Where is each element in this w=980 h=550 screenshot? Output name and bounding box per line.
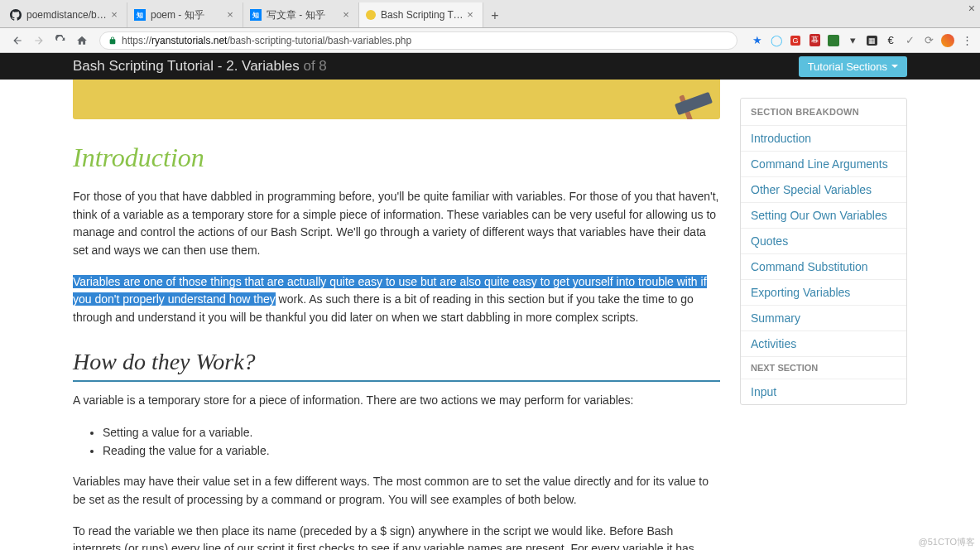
close-icon[interactable]: × [224, 9, 236, 21]
extension-icons: ★ ◯ G 幕 ▾ ▦ € ✓ ⟳ ⋮ [751, 34, 973, 47]
site-header: Bash Scripting Tutorial - 2. Variables o… [0, 53, 980, 80]
url-domain: ryanstutorials.net [151, 35, 227, 46]
list-1: Setting a value for a variable. Reading … [103, 423, 720, 461]
home-button[interactable] [74, 32, 90, 49]
tab-1[interactable]: 知 poem - 知乎 × [127, 2, 243, 27]
button-label: Tutorial Sections [808, 60, 887, 73]
url-text: https://ryanstutorials.net/bash-scriptin… [122, 35, 411, 46]
sidebar-item-summary[interactable]: Summary [741, 305, 906, 330]
close-icon[interactable]: × [108, 9, 120, 21]
next-section-label: NEXT SECTION [741, 356, 906, 379]
browser-tab-bar: poemdistance/baidu-tran × 知 poem - 知乎 × … [0, 0, 980, 28]
chevron-down-icon [891, 65, 898, 68]
menu-icon[interactable]: ⋮ [960, 34, 973, 47]
tab-0[interactable]: poemdistance/baidu-tran × [3, 2, 127, 27]
ext-icon-5[interactable]: ▾ [846, 34, 859, 47]
paragraph-2: Variables are one of those things that a… [73, 273, 720, 327]
sidebar-item-special-vars[interactable]: Other Special Variables [741, 176, 906, 202]
how-heading: How do they Work? [73, 349, 720, 382]
ext-icon-9[interactable]: ⟳ [922, 34, 935, 47]
url-prefix: https:// [122, 35, 151, 46]
dot-icon [366, 10, 376, 20]
paragraph-5: To read the variable we then place its n… [73, 523, 720, 550]
ext-icon-7[interactable]: € [884, 34, 897, 47]
watermark: @51CTO博客 [919, 536, 975, 548]
title-main: Bash Scripting Tutorial - 2. Variables [73, 58, 300, 74]
ext-icon-3[interactable]: 幕 [808, 34, 821, 47]
url-bar[interactable]: https://ryanstutorials.net/bash-scriptin… [99, 31, 737, 50]
sidebar-item-setting-vars[interactable]: Setting Our Own Variables [741, 202, 906, 228]
tab-title: poem - 知乎 [151, 8, 224, 22]
sidebar-item-cmd-sub[interactable]: Command Substitution [741, 253, 906, 279]
ext-icon-1[interactable]: ◯ [770, 34, 783, 47]
section-breakdown-panel: SECTION BREAKDOWN Introduction Command L… [740, 98, 907, 405]
ext-icon-8[interactable]: ✓ [903, 34, 916, 47]
tutorial-sections-button[interactable]: Tutorial Sections [799, 56, 907, 77]
ext-icon-4[interactable] [827, 34, 840, 47]
paragraph-1: For those of you that have dabbled in pr… [73, 188, 720, 260]
sidebar-item-cli-args[interactable]: Command Line Arguments [741, 151, 906, 176]
tab-3[interactable]: Bash Scripting Tutorial - V × [359, 2, 483, 27]
page-title: Bash Scripting Tutorial - 2. Variables o… [73, 58, 327, 75]
ext-icon-6[interactable]: ▦ [865, 34, 878, 47]
title-muted: of 8 [303, 58, 326, 74]
close-icon[interactable]: × [340, 9, 352, 21]
zhihu-icon: 知 [250, 9, 262, 21]
paragraph-3: A variable is a temporary store for a pi… [73, 392, 720, 410]
sidebar-item-exporting[interactable]: Exporting Variables [741, 279, 906, 305]
star-icon[interactable]: ★ [751, 34, 764, 47]
new-tab-button[interactable]: + [483, 4, 507, 27]
close-icon[interactable]: × [464, 9, 476, 21]
main-content: Introduction For those of you that have … [73, 80, 720, 550]
github-icon [10, 9, 22, 21]
tab-title: 写文章 - 知乎 [267, 8, 340, 22]
list-item: Reading the value for a variable. [103, 441, 720, 460]
sidebar-item-quotes[interactable]: Quotes [741, 228, 906, 253]
sidebar-item-introduction[interactable]: Introduction [741, 125, 906, 151]
tab-title: Bash Scripting Tutorial - V [381, 9, 464, 21]
window-close-icon[interactable]: × [968, 2, 975, 15]
profile-avatar[interactable] [941, 34, 954, 47]
lock-icon [108, 36, 117, 46]
tab-2[interactable]: 知 写文章 - 知乎 × [243, 2, 359, 27]
sidebar: SECTION BREAKDOWN Introduction Command L… [740, 98, 907, 550]
sidebar-item-input[interactable]: Input [741, 379, 906, 404]
tab-title: poemdistance/baidu-tran [26, 9, 108, 21]
sidebar-item-activities[interactable]: Activities [741, 330, 906, 356]
hero-banner [73, 80, 720, 119]
list-item: Setting a value for a variable. [103, 423, 720, 441]
browser-toolbar: https://ryanstutorials.net/bash-scriptin… [0, 28, 980, 53]
reload-button[interactable] [52, 32, 69, 49]
ext-icon-2[interactable]: G [789, 34, 802, 47]
back-button[interactable] [9, 32, 26, 49]
paragraph-4: Variables may have their value set in a … [73, 473, 720, 509]
breakdown-label: SECTION BREAKDOWN [741, 99, 906, 125]
intro-heading: Introduction [73, 142, 720, 173]
url-path: /bash-scripting-tutorial/bash-variables.… [227, 35, 411, 46]
forward-button[interactable] [31, 32, 47, 49]
zhihu-icon: 知 [134, 9, 146, 21]
